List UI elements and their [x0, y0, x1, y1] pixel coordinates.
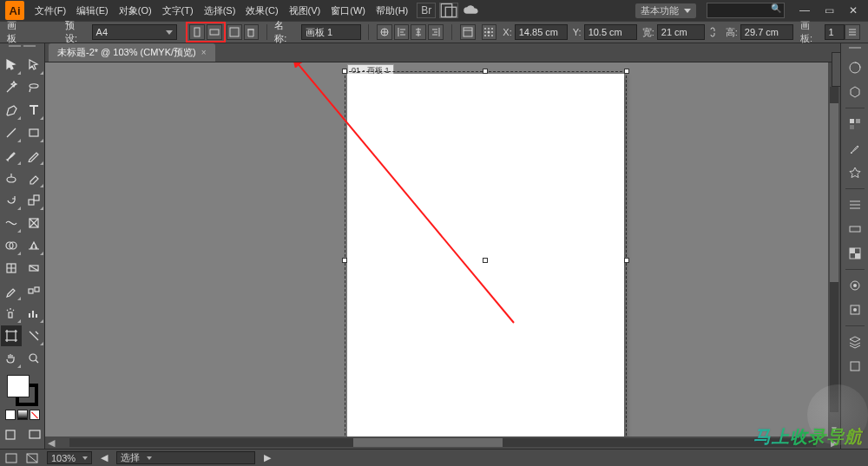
menu-object[interactable]: 对象(O): [115, 3, 155, 19]
handle-center[interactable]: [483, 258, 488, 263]
width-input[interactable]: 21 cm: [657, 24, 705, 40]
slice-tool[interactable]: [23, 325, 44, 346]
handle-tl[interactable]: [342, 69, 347, 74]
eraser-tool[interactable]: [23, 167, 44, 188]
align-left-button[interactable]: [394, 24, 410, 40]
y-input[interactable]: 10.5 cm: [584, 24, 637, 40]
column-graph-tool[interactable]: [23, 303, 44, 324]
paintbrush-tool[interactable]: [1, 145, 22, 166]
move-art-with-artboard-button[interactable]: [377, 24, 392, 40]
vertical-scrollbar[interactable]: ▲▼: [828, 62, 840, 436]
artboard-options-button[interactable]: [460, 24, 476, 40]
link-wh-icon[interactable]: [707, 24, 719, 40]
appearance-panel-icon[interactable]: [845, 275, 865, 296]
canvas[interactable]: 01 - 画板 1 ▲▼ ◀▶: [45, 62, 840, 449]
handle-mr[interactable]: [624, 258, 629, 263]
workspace-switcher[interactable]: 基本功能: [635, 3, 696, 18]
lasso-tool[interactable]: [23, 77, 44, 98]
layers-panel-icon[interactable]: [845, 331, 865, 352]
type-tool[interactable]: [23, 100, 44, 121]
delete-artboard-button[interactable]: [244, 24, 260, 40]
symbols-panel-icon[interactable]: [845, 162, 865, 183]
blend-tool[interactable]: [23, 280, 44, 301]
portrait-button[interactable]: [189, 24, 205, 40]
artboard-name-input[interactable]: 画板 1: [301, 24, 361, 40]
panel-grip[interactable]: [846, 47, 864, 52]
close-tab-button[interactable]: ×: [201, 48, 207, 57]
rotate-tool[interactable]: [1, 190, 22, 211]
zoom-dropdown[interactable]: 103%: [47, 451, 92, 464]
handle-tr[interactable]: [624, 69, 629, 74]
align-center-button[interactable]: [411, 24, 426, 40]
panel-grip[interactable]: [5, 45, 40, 52]
bridge-icon[interactable]: Br: [417, 3, 436, 18]
color-guide-panel-icon[interactable]: [845, 82, 865, 102]
artboards-panel-icon[interactable]: [845, 356, 865, 377]
menu-view[interactable]: 视图(V): [286, 3, 325, 19]
window-restore-button[interactable]: ▭: [819, 4, 838, 16]
cloud-icon[interactable]: [462, 3, 481, 18]
transparency-panel-icon[interactable]: [845, 243, 865, 264]
none-mode-button[interactable]: [30, 410, 40, 420]
draw-normal-button[interactable]: [2, 426, 19, 443]
preset-dropdown[interactable]: A4: [92, 24, 177, 40]
symbol-sprayer-tool[interactable]: [1, 303, 22, 324]
magic-wand-tool[interactable]: [1, 77, 22, 98]
gradient-panel-icon[interactable]: [845, 219, 865, 240]
menu-help[interactable]: 帮助(H): [372, 3, 411, 19]
shape-builder-tool[interactable]: [1, 235, 22, 256]
stroke-panel-icon[interactable]: [845, 194, 865, 215]
free-transform-tool[interactable]: [23, 213, 44, 233]
status-prev-button[interactable]: ◀: [101, 452, 108, 463]
height-input[interactable]: 29.7 cm: [740, 24, 793, 40]
menu-effect[interactable]: 效果(C): [242, 3, 281, 19]
menu-edit[interactable]: 编辑(E): [73, 3, 112, 19]
line-tool[interactable]: [1, 122, 22, 143]
menu-file[interactable]: 文件(F): [31, 3, 69, 19]
status-next-button[interactable]: ▶: [264, 452, 271, 463]
landscape-button[interactable]: [207, 24, 222, 40]
new-artboard-button[interactable]: [227, 24, 242, 40]
direct-selection-tool[interactable]: [23, 55, 44, 75]
graphic-styles-panel-icon[interactable]: [845, 299, 865, 320]
menu-type[interactable]: 文字(T): [159, 3, 197, 19]
blob-brush-tool[interactable]: [1, 167, 22, 188]
window-minimize-button[interactable]: —: [795, 4, 814, 16]
gpu-status-icon[interactable]: [5, 453, 17, 463]
document-tab[interactable]: 未标题-2* @ 103% (CMYK/预览) ×: [49, 43, 215, 62]
pen-tool[interactable]: [1, 100, 22, 121]
gradient-mode-button[interactable]: [17, 410, 28, 420]
color-panel-icon[interactable]: [845, 57, 865, 78]
brushes-panel-icon[interactable]: [845, 138, 865, 159]
reference-point-button[interactable]: [482, 24, 497, 40]
fill-swatch[interactable]: [7, 375, 30, 397]
horizontal-scrollbar[interactable]: ◀▶: [45, 436, 840, 449]
color-mode-button[interactable]: [5, 410, 16, 420]
fill-stroke-swatch[interactable]: [5, 373, 40, 408]
arrange-icon[interactable]: [439, 3, 458, 18]
screen-mode-button[interactable]: [26, 426, 43, 443]
panel-menu-button[interactable]: [845, 24, 860, 40]
menu-select[interactable]: 选择(S): [201, 3, 240, 19]
width-tool[interactable]: [1, 213, 22, 233]
eyedropper-tool[interactable]: [1, 280, 22, 301]
perspective-grid-tool[interactable]: [23, 235, 44, 256]
swatches-panel-icon[interactable]: [845, 114, 865, 135]
handle-tm[interactable]: [483, 69, 488, 74]
mesh-tool[interactable]: [1, 258, 22, 279]
handle-ml[interactable]: [342, 258, 347, 263]
selection-tool[interactable]: [1, 55, 22, 75]
align-right-button[interactable]: [428, 24, 444, 40]
scale-tool[interactable]: [23, 190, 44, 211]
status-tool-dropdown[interactable]: 选择: [116, 451, 255, 464]
x-input[interactable]: 14.85 cm: [515, 24, 568, 40]
gradient-tool[interactable]: [23, 258, 44, 279]
artboard-tool[interactable]: [1, 325, 22, 346]
zoom-tool[interactable]: [23, 348, 44, 369]
search-input[interactable]: [707, 3, 785, 18]
panel-collapse-tab[interactable]: [832, 52, 840, 87]
artboard-nav-icon[interactable]: [26, 453, 38, 463]
hand-tool[interactable]: [1, 348, 22, 369]
window-close-button[interactable]: ✕: [844, 4, 863, 16]
artboard-index-input[interactable]: 1: [825, 24, 845, 40]
